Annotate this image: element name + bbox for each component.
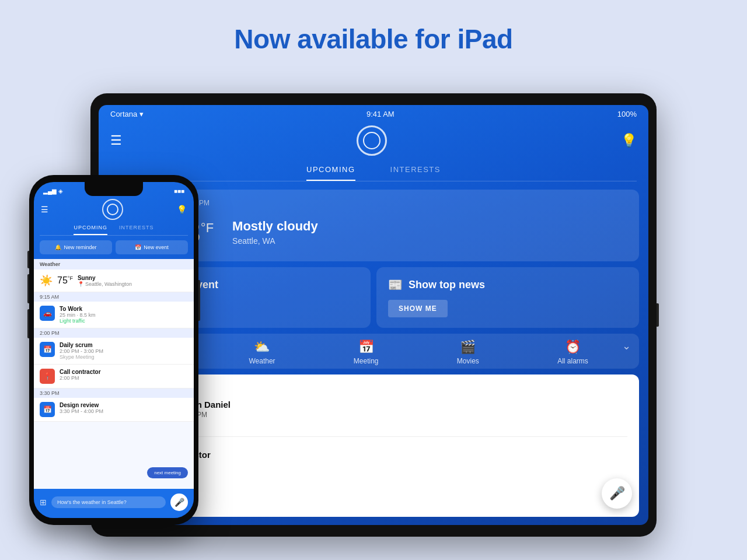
phone-grid-icon[interactable]: ⊞ — [40, 498, 47, 507]
page-title: Now available for iPad — [0, 0, 747, 55]
phone-battery: ■■■ — [174, 188, 184, 194]
phone-event-details-3: Call contractor 2:00 PM — [60, 369, 101, 381]
phone-event-design-review: 📅 Design review 3:30 PM - 4:00 PM — [34, 398, 194, 422]
phone-event-4-title: Design review — [60, 402, 103, 408]
phone-weather-section-header: Weather — [34, 259, 194, 270]
phone-device: ▂▄▆ ◈ ■■■ ☰ 💡 UPCOMING INTERESTS 🔔 New r… — [29, 175, 198, 525]
phone-signal: ▂▄▆ ◈ — [43, 188, 63, 194]
phone-weather-item: ☀️ 75°F Sunny 📍 Seattle, Washington — [34, 270, 194, 292]
weather-quick-icon: ⛅ — [254, 340, 270, 355]
quick-action-meeting[interactable]: 📅 Meeting — [354, 340, 379, 365]
phone-lightbulb-icon[interactable]: 💡 — [177, 205, 187, 214]
phone-weather-info: Sunny 📍 Seattle, Washington — [78, 275, 132, 287]
lightbulb-icon[interactable]: 💡 — [621, 133, 637, 148]
meeting-label: Meeting — [354, 357, 379, 365]
phone-action-buttons: 🔔 New reminder 📅 New event — [34, 236, 194, 259]
calendar-add-icon: 📅 — [135, 244, 141, 250]
phone-event-to-work: 🚗 To Work 25 min · 8.5 km Light traffic — [34, 302, 194, 328]
new-event-button[interactable]: 📅 New event — [116, 240, 188, 254]
phone-weather-condition: Sunny — [78, 275, 132, 281]
phone-screen: ▂▄▆ ◈ ■■■ ☰ 💡 UPCOMING INTERESTS 🔔 New r… — [34, 182, 194, 518]
phone-weather-location: 📍 Seattle, Washington — [78, 281, 132, 287]
quick-action-movies[interactable]: 🎬 Movies — [457, 340, 479, 365]
phone-event-3-title: Call contractor — [60, 369, 101, 375]
phone-tab-upcoming[interactable]: UPCOMING — [74, 225, 107, 235]
phone-event-details-1: To Work 25 min · 8.5 km Light traffic — [60, 306, 96, 324]
news-icon: 📰 — [388, 278, 403, 292]
weather-quick-label: Weather — [249, 357, 275, 365]
phone-tab-interests[interactable]: INTERESTS — [119, 225, 154, 235]
phone-volume-up-button — [27, 274, 29, 303]
phone-event-1-traffic: Light traffic — [60, 318, 96, 324]
phone-event-1-title: To Work — [60, 306, 96, 312]
cortana-inner-ring — [363, 132, 381, 149]
phone-calendar-icon-1: 📅 — [40, 342, 55, 357]
phone-cortana-inner — [107, 204, 118, 215]
battery-indicator: 100% — [617, 110, 637, 118]
phone-weather-icon: ☀️ — [40, 274, 53, 287]
phone-pin-icon: 📍 — [40, 369, 55, 384]
phone-event-details-2: Daily scrum 2:00 PM - 3:00 PM Skype Meet… — [60, 342, 103, 360]
phone-event-1-time: 25 min · 8.5 km — [60, 312, 96, 318]
alarms-label: All alarms — [557, 357, 588, 365]
quick-action-alarms[interactable]: ⏰ All alarms — [557, 340, 588, 365]
phone-mic-button[interactable]: 🎤 — [170, 494, 188, 511]
tablet-mic-button[interactable]: 🎤 — [602, 478, 632, 509]
tablet-side-button — [657, 303, 659, 327]
phone-search-bar[interactable]: How's the weather in Seattle? — [51, 496, 166, 508]
tab-interests[interactable]: INTERESTS — [390, 165, 441, 181]
next-meeting-button[interactable]: next meeting — [147, 467, 188, 478]
show-news-button[interactable]: SHOW ME — [388, 300, 448, 317]
phone-power-button — [198, 280, 200, 321]
phone-event-call-contractor: 📍 Call contractor 2:00 PM — [34, 365, 194, 388]
quick-action-weather[interactable]: ⛅ Weather — [249, 340, 275, 365]
reminder-icon: 🔔 — [55, 244, 61, 250]
microphone-icon: 🎤 — [609, 486, 625, 501]
phone-volume-down-button — [27, 309, 29, 338]
phone-event-3-time: 2:00 PM — [60, 375, 101, 381]
phone-mic-icon: 🎤 — [174, 498, 184, 507]
phone-event-daily-scrum: 📅 Daily scrum 2:00 PM - 3:00 PM Skype Me… — [34, 338, 194, 365]
new-reminder-button[interactable]: 🔔 New reminder — [40, 240, 112, 254]
tablet-header: ☰ 💡 — [99, 121, 648, 165]
alarms-icon: ⏰ — [565, 340, 581, 355]
phone-bottom-bar: ⊞ How's the weather in Seattle? 🎤 — [34, 489, 194, 518]
phone-tabs: UPCOMING INTERESTS — [40, 225, 188, 236]
location-pin-icon: 📍 — [78, 281, 84, 287]
expand-icon[interactable]: ⌄ — [622, 340, 631, 352]
phone-cortana-logo[interactable] — [102, 199, 123, 220]
cortana-label: Cortana ▾ — [110, 110, 144, 118]
cortana-logo[interactable] — [357, 125, 387, 156]
phone-time-section-3: 3:30 PM — [34, 388, 194, 398]
phone-menu-icon[interactable]: ☰ — [41, 205, 48, 214]
phone-calendar-icon-2: 📅 — [40, 402, 55, 417]
wifi-icon: ▾ — [139, 110, 144, 118]
phone-event-details-4: Design review 3:30 PM - 4:00 PM — [60, 402, 103, 414]
phone-weather-temp: 75°F — [57, 275, 73, 286]
weather-description: Mostly cloudy Seattle, WA — [232, 219, 318, 246]
tablet-statusbar: Cortana ▾ 9:41 AM 100% — [99, 105, 648, 121]
phone-event-2-title: Daily scrum — [60, 342, 103, 348]
movies-icon: 🎬 — [460, 340, 476, 355]
weather-condition: Mostly cloudy — [232, 219, 318, 234]
phone-header: ☰ 💡 — [34, 197, 194, 225]
meeting-icon: 📅 — [358, 340, 374, 355]
weather-location: Seattle, WA — [232, 236, 318, 246]
phone-time-section-1: 9:15 AM — [34, 292, 194, 302]
phone-mute-button — [27, 251, 29, 268]
phone-event-4-time: 3:30 PM - 4:00 PM — [60, 408, 103, 414]
phone-notch — [85, 182, 143, 196]
tab-upcoming[interactable]: UPCOMING — [306, 165, 355, 181]
phone-car-icon: 🚗 — [40, 306, 55, 321]
phone-list-content: Weather ☀️ 75°F Sunny 📍 Seattle, Washing… — [34, 259, 194, 489]
show-news-card: 📰 Show top news SHOW ME — [376, 267, 639, 328]
phone-event-2-time: 2:00 PM - 3:00 PM — [60, 348, 103, 354]
phone-time-section-2: 2:00 PM — [34, 328, 194, 338]
movies-label: Movies — [457, 357, 479, 365]
phone-event-2-location: Skype Meeting — [60, 354, 103, 360]
show-news-title: 📰 Show top news — [388, 278, 627, 292]
hamburger-menu-icon[interactable]: ☰ — [110, 133, 122, 148]
tablet-tabs: UPCOMING INTERESTS — [110, 165, 637, 181]
tablet-time: 9:41 AM — [366, 110, 395, 118]
